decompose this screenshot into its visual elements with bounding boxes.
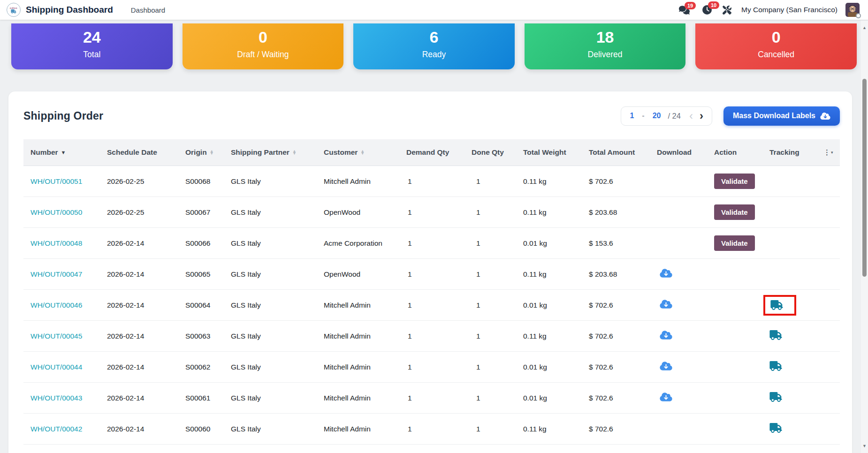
cell-total-amount: $ 702.6	[589, 332, 657, 340]
order-number-link[interactable]: WH/OUT/00043	[30, 394, 82, 402]
cell-download	[657, 392, 714, 404]
stat-label: Ready	[353, 49, 515, 60]
column-options-icon[interactable]: ⋮▾	[823, 148, 840, 157]
validate-button[interactable]: Validate	[714, 204, 755, 220]
tracking-truck-icon[interactable]	[769, 330, 782, 340]
cell-tracking	[769, 361, 823, 373]
stat-card-draft-waiting[interactable]: 0 Draft / Waiting	[183, 23, 344, 69]
header-label: Done Qty	[472, 148, 504, 157]
pager-prev-button[interactable]: ‹	[689, 110, 693, 121]
tracking-truck-icon[interactable]	[770, 300, 783, 310]
header-label: Customer	[324, 148, 358, 157]
app-logo[interactable]: odoo	[7, 3, 21, 17]
tracking-truck-icon[interactable]	[769, 361, 782, 371]
download-label-icon[interactable]	[660, 361, 672, 371]
cell-shipping-partner: GLS Italy	[231, 425, 324, 433]
cell-done-qty: 1	[472, 425, 523, 433]
cell-schedule-date: 2026-02-25	[107, 208, 185, 217]
table-row-wh-out-00044: WH/OUT/000442026-02-14S00062GLS ItalyMit…	[23, 352, 840, 383]
cell-demand-qty: 1	[406, 239, 472, 248]
header-cell-schedule-date[interactable]: Schedule Date	[107, 148, 185, 157]
cell-total-weight: 0.01 kg	[523, 239, 589, 248]
cell-demand-qty: 1	[406, 394, 472, 402]
cell-demand-qty: 1	[406, 301, 472, 310]
cell-schedule-date: 2026-02-25	[107, 177, 185, 186]
table-row-wh-out-00046: WH/OUT/000462026-02-14S00064GLS ItalyMit…	[23, 290, 840, 321]
company-menu[interactable]: My Company (San Francisco)	[741, 6, 838, 14]
cloud-download-icon	[820, 112, 830, 120]
validate-button[interactable]: Validate	[714, 174, 755, 189]
download-label-icon[interactable]	[660, 268, 672, 278]
cell-total-weight: 0.01 kg	[523, 301, 589, 310]
header-cell-shipping-partner[interactable]: Shipping Partner▲▼	[231, 148, 324, 157]
header-cell-action[interactable]: Action	[714, 148, 769, 157]
header-label: Number	[30, 148, 58, 157]
cell-tracking	[769, 330, 823, 342]
pager-next-button[interactable]: ›	[700, 110, 703, 121]
download-label-icon[interactable]	[660, 392, 672, 402]
header-cell-total-weight[interactable]: Total Weight	[523, 148, 589, 157]
user-status-indicator	[856, 13, 861, 18]
order-number-link[interactable]: WH/OUT/00042	[30, 425, 82, 433]
header-cell-demand-qty[interactable]: Demand Qty	[406, 148, 472, 157]
header-label: Demand Qty	[406, 148, 449, 157]
cell-total-amount: $ 203.68	[589, 208, 657, 217]
table-row-wh-out-00051: WH/OUT/000512026-02-25S00068GLS ItalyMit…	[23, 166, 840, 197]
table-row-wh-out-00042: WH/OUT/000422026-02-14S00060GLS ItalyMit…	[23, 414, 840, 445]
mass-download-labels-button[interactable]: Mass Download Labels	[723, 106, 840, 126]
activities-button[interactable]: 10	[702, 5, 712, 15]
sort-icon: ▲▼	[292, 150, 297, 155]
order-number-link[interactable]: WH/OUT/00047	[30, 270, 82, 278]
header-cell-total-amount[interactable]: Total Amount	[589, 148, 657, 157]
cell-schedule-date: 2026-02-14	[107, 332, 185, 340]
header-cell-done-qty[interactable]: Done Qty	[472, 148, 523, 157]
header-cell-number[interactable]: Number▼	[23, 148, 107, 157]
header-label: Tracking	[769, 148, 799, 157]
validate-button[interactable]: Validate	[714, 235, 755, 251]
cell-total-amount: $ 153.6	[589, 239, 657, 248]
user-avatar[interactable]	[845, 3, 860, 17]
order-number-link[interactable]: WH/OUT/00045	[30, 332, 82, 340]
cell-download	[657, 361, 714, 373]
header-cell-customer[interactable]: Customer▲▼	[324, 148, 406, 157]
pager-end[interactable]: 20	[653, 112, 661, 120]
scrollbar-down-arrow[interactable]: ▼	[861, 443, 868, 449]
order-number-link[interactable]: WH/OUT/00046	[30, 301, 82, 309]
table-row-wh-out-00043: WH/OUT/000432026-02-14S00061GLS ItalyMit…	[23, 383, 840, 414]
header-cell-tracking[interactable]: Tracking	[769, 148, 823, 157]
pager-start[interactable]: 1	[630, 112, 634, 120]
cell-total-amount: $ 702.6	[589, 301, 657, 310]
header-cell-origin[interactable]: Origin▲▼	[185, 148, 231, 157]
cell-schedule-date: 2026-02-14	[107, 425, 185, 433]
tracking-truck-icon[interactable]	[769, 392, 782, 402]
order-number-link[interactable]: WH/OUT/00048	[30, 239, 82, 247]
sort-icon: ▲▼	[210, 150, 214, 155]
scrollbar-thumb[interactable]	[862, 79, 867, 277]
stat-card-delivered[interactable]: 18 Delivered	[525, 23, 686, 69]
pager-total: / 24	[668, 112, 681, 121]
scrollbar-up-arrow[interactable]: ▲	[861, 24, 868, 31]
menu-dashboard[interactable]: Dashboard	[131, 6, 165, 14]
tracking-highlight-box	[763, 295, 796, 316]
tracking-truck-icon[interactable]	[769, 423, 782, 433]
messages-button[interactable]: 19	[679, 6, 690, 15]
cell-tracking	[769, 295, 823, 316]
cell-customer: OpenWood	[324, 208, 406, 217]
header-cell-download[interactable]: Download	[657, 148, 714, 157]
stat-card-total[interactable]: 24 Total	[11, 23, 173, 69]
download-label-icon[interactable]	[660, 330, 672, 340]
cell-total-weight: 0.01 kg	[523, 394, 589, 402]
download-label-icon[interactable]	[660, 299, 672, 309]
order-number-link[interactable]: WH/OUT/00050	[30, 208, 82, 216]
cell-origin: S00066	[185, 239, 231, 248]
debug-tools-button[interactable]	[723, 6, 731, 15]
order-number-link[interactable]: WH/OUT/00051	[30, 177, 82, 185]
stats-cards-row: 24 Total0 Draft / Waiting6 Ready18 Deliv…	[11, 23, 857, 69]
stat-card-cancelled[interactable]: 0 Cancelled	[695, 23, 857, 69]
stat-card-ready[interactable]: 6 Ready	[353, 23, 515, 69]
cell-action: Validate	[714, 174, 769, 189]
order-number-link[interactable]: WH/OUT/00044	[30, 363, 82, 371]
cell-customer: Mitchell Admin	[324, 394, 406, 402]
stat-value: 18	[525, 28, 686, 46]
cell-schedule-date: 2026-02-14	[107, 301, 185, 310]
